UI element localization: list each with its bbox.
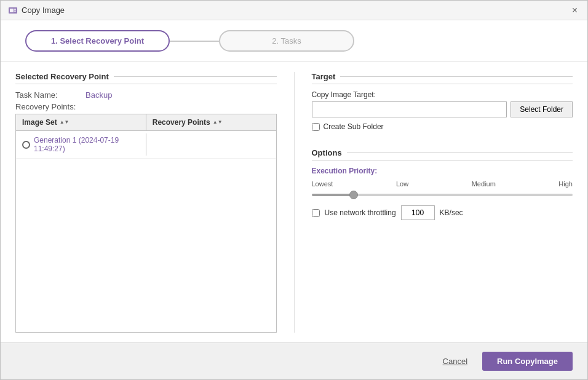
svg-rect-2 — [14, 9, 16, 10]
throttle-unit: KB/sec — [440, 208, 463, 217]
col-image-set-header: Image Set ▲▼ — [16, 114, 146, 130]
slider-labels: Lowest Low Medium High — [312, 180, 573, 188]
network-throttle-checkbox[interactable] — [312, 209, 320, 217]
svg-rect-1 — [10, 9, 14, 12]
wizard-steps: 1. Select Recovery Point 2. Tasks — [1, 20, 587, 62]
select-folder-button[interactable]: Select Folder — [511, 101, 573, 117]
left-panel: Selected Recovery Point Task Name: Backu… — [15, 72, 277, 333]
window-title: Copy Image — [22, 6, 65, 15]
execution-priority-slider[interactable] — [312, 194, 573, 196]
footer: Cancel Run CopyImage — [1, 342, 587, 379]
create-sub-folder-checkbox[interactable] — [312, 123, 320, 131]
network-throttle-row: Use network throttling KB/sec — [312, 205, 573, 220]
wizard-step-2[interactable]: 2. Tasks — [219, 30, 354, 52]
selected-recovery-point-header: Selected Recovery Point — [15, 72, 277, 84]
recovery-points-row: Recovery Points: — [15, 102, 277, 111]
throttle-value-input[interactable] — [401, 205, 435, 220]
title-bar-left: Copy Image — [8, 6, 65, 15]
title-bar: Copy Image × — [1, 1, 587, 20]
step-connector — [170, 41, 219, 42]
table-cell-image-set: Generation 1 (2024-07-19 11:49:27) — [16, 133, 146, 156]
run-copyimage-button[interactable]: Run CopyImage — [482, 352, 573, 371]
table-header: Image Set ▲▼ Recovery Points ▲▼ — [16, 114, 276, 131]
sort-icon-image-set: ▲▼ — [60, 120, 70, 125]
right-panel: Target Copy Image Target: Select Folder … — [312, 72, 573, 333]
options-section-header: Options — [312, 148, 573, 160]
row-radio[interactable] — [22, 141, 30, 149]
task-name-row: Task Name: Backup — [15, 90, 277, 100]
recovery-points-label: Recovery Points: — [15, 102, 83, 111]
svg-rect-3 — [14, 10, 16, 12]
copy-image-target-label: Copy Image Target: — [312, 90, 573, 99]
slider-label-medium: Medium — [472, 180, 496, 188]
task-name-label: Task Name: — [15, 90, 83, 100]
execution-priority-slider-container — [312, 189, 573, 198]
table-row[interactable]: Generation 1 (2024-07-19 11:49:27) — [16, 131, 276, 159]
slider-label-lowest: Lowest — [312, 180, 333, 188]
slider-label-high: High — [558, 180, 573, 188]
wizard-step-1[interactable]: 1. Select Recovery Point — [25, 30, 170, 52]
app-icon — [8, 6, 18, 15]
cancel-button[interactable]: Cancel — [435, 353, 475, 370]
task-name-value: Backup — [85, 90, 112, 100]
copy-image-target-input[interactable] — [312, 101, 507, 117]
target-section-header: Target — [312, 72, 573, 84]
vertical-divider — [294, 72, 295, 333]
sort-icon-recovery: ▲▼ — [213, 120, 223, 125]
generation-text: Generation 1 (2024-07-19 11:49:27) — [34, 136, 140, 153]
options-section: Options Execution Priority: Lowest Low M… — [312, 148, 573, 220]
create-sub-folder-label: Create Sub Folder — [324, 122, 384, 131]
content-area: Selected Recovery Point Task Name: Backu… — [1, 62, 587, 342]
target-input-row: Select Folder — [312, 101, 573, 117]
copy-image-target-group: Copy Image Target: Select Folder Create … — [312, 90, 573, 131]
execution-priority-label: Execution Priority: — [312, 167, 573, 175]
close-button[interactable]: × — [570, 6, 580, 15]
slider-label-low: Low — [396, 180, 408, 188]
dialog-window: Copy Image × 1. Select Recovery Point 2.… — [0, 0, 588, 380]
image-set-table: Image Set ▲▼ Recovery Points ▲▼ Generati… — [15, 114, 277, 333]
create-sub-folder-row: Create Sub Folder — [312, 122, 573, 131]
table-body: Generation 1 (2024-07-19 11:49:27) — [16, 131, 276, 332]
col-recovery-header: Recovery Points ▲▼ — [146, 114, 276, 130]
network-throttle-label: Use network throttling — [325, 208, 396, 217]
table-cell-recovery — [146, 133, 276, 156]
